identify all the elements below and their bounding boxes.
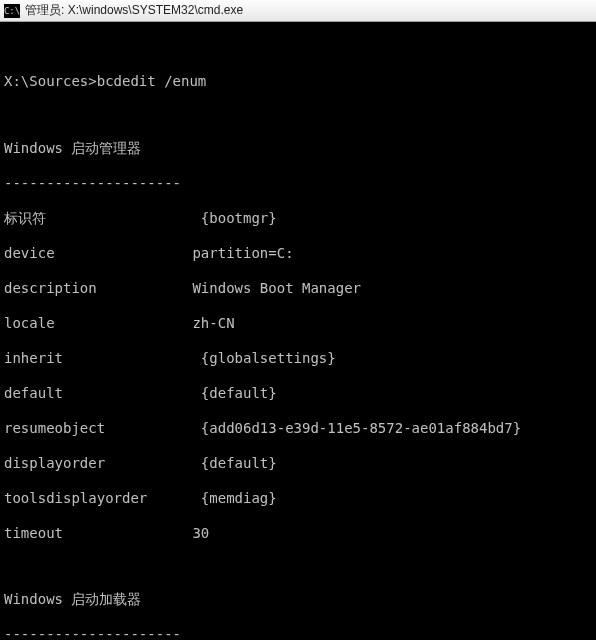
field-val: partition=C:: [192, 245, 293, 261]
field-val: {add06d13-e39d-11e5-8572-ae01af884bd7}: [201, 420, 521, 436]
field-val: {default}: [201, 455, 277, 471]
field-key: timeout: [4, 525, 184, 543]
command-input: bcdedit /enum: [97, 73, 207, 89]
cmd-icon: C:\: [4, 4, 20, 18]
field-val: zh-CN: [192, 315, 234, 331]
field-key: displayorder: [4, 455, 184, 473]
field-val: {memdiag}: [201, 490, 277, 506]
separator: ---------------------: [4, 626, 592, 640]
field-val: 30: [192, 525, 209, 541]
field-key: default: [4, 385, 184, 403]
field-val: {default}: [201, 385, 277, 401]
section-title-loader: Windows 启动加载器: [4, 591, 592, 609]
field-key: device: [4, 245, 184, 263]
section-title-bootmgr: Windows 启动管理器: [4, 140, 592, 158]
field-key: description: [4, 280, 184, 298]
window-title: 管理员: X:\windows\SYSTEM32\cmd.exe: [25, 2, 243, 19]
field-key: 标识符: [4, 210, 184, 228]
field-key: resumeobject: [4, 420, 184, 438]
field-key: locale: [4, 315, 184, 333]
field-key: toolsdisplayorder: [4, 490, 184, 508]
prompt: X:\Sources>: [4, 73, 97, 89]
terminal-output[interactable]: X:\Sources>bcdedit /enum Windows 启动管理器 -…: [0, 22, 596, 640]
separator: ---------------------: [4, 175, 592, 193]
field-val: {globalsettings}: [201, 350, 336, 366]
titlebar: C:\ 管理员: X:\windows\SYSTEM32\cmd.exe: [0, 0, 596, 22]
field-val: Windows Boot Manager: [192, 280, 361, 296]
field-val: {bootmgr}: [201, 210, 277, 226]
field-key: inherit: [4, 350, 184, 368]
